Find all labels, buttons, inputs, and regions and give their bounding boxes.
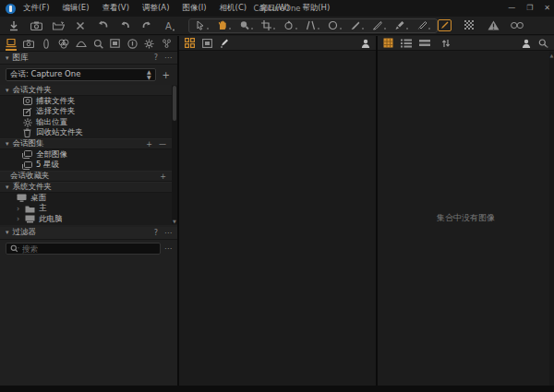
session-dropdown[interactable]: 会话: Capture One ▲▼	[6, 68, 156, 81]
erase-mask-tool[interactable]	[372, 20, 386, 30]
face-icon[interactable]	[361, 39, 370, 48]
redo-icon[interactable]	[140, 19, 153, 32]
album-icon	[22, 150, 32, 160]
heal-tool[interactable]	[416, 20, 430, 30]
tool-tab-bar	[0, 36, 177, 52]
mesh-icon[interactable]	[463, 19, 476, 32]
list-view-icon[interactable]	[401, 39, 412, 48]
keystone-tool[interactable]	[306, 20, 319, 30]
details-tab[interactable]	[93, 37, 104, 51]
browser-area[interactable]: 集合中没有图像	[378, 51, 554, 386]
search-input[interactable]	[22, 244, 156, 254]
import-icon[interactable]	[7, 19, 20, 32]
search-icon[interactable]	[538, 39, 548, 48]
menu-image[interactable]: 图像(I)	[182, 3, 206, 14]
thumbnail-grid-icon[interactable]	[383, 38, 393, 48]
face-icon[interactable]	[522, 39, 531, 48]
section-system-folders[interactable]: ▾ 系统文件夹	[0, 182, 172, 193]
search-more-icon[interactable]: ⋯	[161, 244, 172, 253]
tree-item-home[interactable]: › 主	[0, 204, 172, 215]
expand-arrow-icon[interactable]: ›	[17, 215, 21, 223]
menu-window[interactable]: 窗口(W)	[259, 3, 289, 14]
section-session-favorites[interactable]: 会话收藏夹 +	[0, 171, 172, 182]
annotate-pen-icon[interactable]	[220, 39, 228, 48]
menu-help[interactable]: 帮助(H)	[302, 3, 330, 14]
spot-tool[interactable]	[328, 20, 342, 30]
crop-tool[interactable]	[261, 20, 275, 30]
select-tool[interactable]	[196, 20, 209, 30]
open-folder-icon[interactable]	[52, 19, 65, 32]
annotate-icon[interactable]: A	[163, 19, 175, 32]
pan-tool[interactable]	[217, 20, 231, 30]
undo-icon[interactable]	[96, 19, 109, 32]
lens-tab[interactable]	[76, 37, 87, 51]
captureone-logo-icon[interactable]	[6, 4, 16, 14]
help-icon[interactable]: ?	[154, 53, 158, 62]
maximize-button[interactable]: ❐	[526, 4, 533, 13]
chevron-down-icon: ▾	[6, 87, 9, 94]
proof-view-icon[interactable]	[202, 39, 212, 48]
tree-item-this-pc[interactable]: › 此电脑	[0, 214, 172, 225]
minimize-button[interactable]: —	[508, 4, 515, 13]
menu-view[interactable]: 查看(V)	[102, 3, 129, 14]
capture-tab[interactable]	[23, 37, 34, 51]
search-row: ⋯	[0, 240, 177, 258]
grid-view-icon[interactable]	[185, 38, 195, 48]
expand-arrow-icon[interactable]: ›	[17, 205, 21, 213]
menu-adjust[interactable]: 调整(A)	[142, 3, 169, 14]
add-album-button[interactable]: +	[146, 140, 152, 148]
tree-item-five-stars[interactable]: 5 星级	[0, 160, 172, 172]
more-icon[interactable]: ⋯	[164, 53, 172, 62]
menu-edit[interactable]: 编辑(E)	[63, 3, 90, 14]
menu-camera[interactable]: 相机(C)	[220, 3, 247, 14]
color-tab[interactable]	[58, 37, 69, 51]
metadata-tab[interactable]	[127, 37, 138, 51]
output-tab[interactable]	[162, 37, 173, 51]
close-button[interactable]: ✕	[544, 4, 550, 13]
browser-toolbar	[378, 36, 554, 51]
adjustments-tab[interactable]	[144, 37, 155, 51]
tree-item-output-location[interactable]: 输出位置	[0, 117, 172, 128]
spinner-icon[interactable]: ▲▼	[147, 69, 151, 80]
bottom-bar	[0, 386, 554, 392]
filters-header[interactable]: ▾ 过滤器 ? ⋯	[0, 227, 177, 240]
library-tab[interactable]	[6, 37, 17, 51]
scroll-up-arrow-icon[interactable]: ▲	[549, 53, 554, 58]
edit-toggle-icon[interactable]	[438, 19, 452, 31]
tree-item-desktop[interactable]: 桌面	[0, 193, 172, 204]
composition-tab[interactable]	[110, 37, 121, 51]
undo-alt-icon[interactable]	[118, 19, 131, 32]
menu-file[interactable]: 文件(F)	[23, 3, 50, 14]
tether-tab[interactable]	[41, 37, 52, 51]
remove-album-button[interactable]: —	[159, 140, 166, 148]
main-toolbar: A	[0, 17, 554, 35]
section-session-folders[interactable]: ▾ 会话文件夹	[0, 85, 172, 96]
add-favorite-button[interactable]: +	[160, 172, 166, 181]
sort-icon[interactable]	[441, 39, 451, 48]
capture-icon[interactable]	[30, 19, 42, 32]
search-box[interactable]	[6, 243, 161, 255]
compact-view-icon[interactable]	[419, 39, 430, 47]
add-collection-button[interactable]: +	[161, 70, 172, 80]
proof-glasses-icon[interactable]	[511, 19, 524, 32]
tree-item-all-images[interactable]: 全部图像	[0, 149, 172, 160]
rotate-tool[interactable]	[283, 20, 297, 30]
tree-item-trash-folder[interactable]: 回收站文件夹	[0, 128, 172, 139]
browser-scrollbar[interactable]: ▲	[549, 52, 554, 386]
warning-icon[interactable]	[487, 19, 500, 32]
loupe-tool[interactable]	[239, 20, 253, 30]
delete-icon[interactable]	[74, 19, 87, 32]
gradient-mask-tool[interactable]	[394, 20, 408, 30]
captureone-window: 文件(F) 编辑(E) 查看(V) 调整(A) 图像(I) 相机(C) 窗口(W…	[0, 0, 554, 392]
tree-scrollbar[interactable]: ▼	[172, 86, 177, 224]
scroll-down-arrow-icon[interactable]: ▼	[172, 219, 177, 224]
section-session-albums[interactable]: ▾ 会话图集 + —	[0, 138, 172, 149]
viewer-area[interactable]	[179, 51, 376, 386]
library-header[interactable]: ▾ 图库 ? ⋯	[0, 52, 177, 65]
tree-item-capture-folder[interactable]: 捕获文件夹	[0, 96, 172, 107]
draw-mask-tool[interactable]	[350, 20, 364, 30]
tree-item-selects-folder[interactable]: 选择文件夹	[0, 107, 172, 118]
more-icon[interactable]: ⋯	[164, 229, 172, 237]
help-icon[interactable]: ?	[154, 229, 158, 237]
scrollbar-thumb[interactable]	[173, 86, 176, 121]
